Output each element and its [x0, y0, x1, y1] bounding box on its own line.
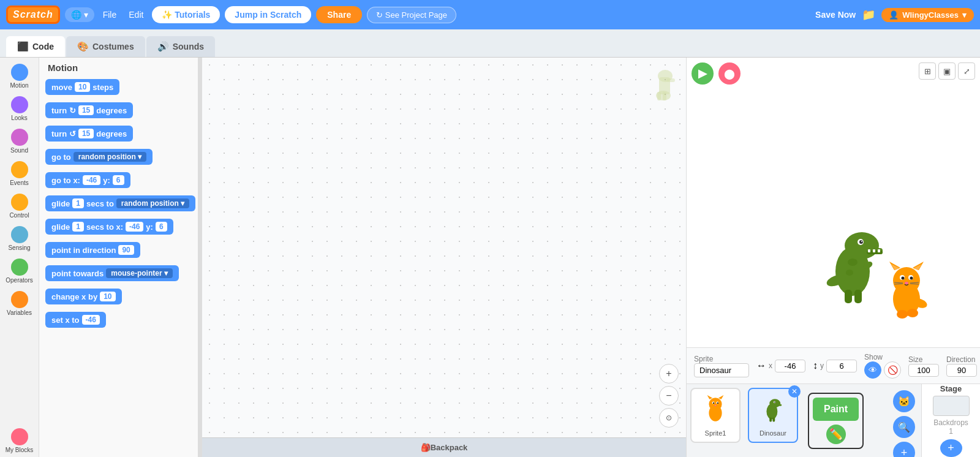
block-point-towards[interactable]: point towards mouse-pointer ▾: [45, 265, 192, 285]
sprite1-img: [703, 394, 728, 428]
stage-thumbnail[interactable]: [933, 396, 970, 416]
block-val-turn-ccw[interactable]: 15: [78, 129, 94, 138]
block-val-change-x[interactable]: 10: [100, 292, 115, 301]
block-val-steps[interactable]: 10: [75, 82, 90, 92]
block-val-set-x[interactable]: -46: [82, 315, 100, 325]
block-val-dir[interactable]: 90: [118, 245, 134, 255]
dino-sprite-stage: [819, 216, 892, 311]
block-text2: y:: [146, 222, 153, 232]
tutorials-button[interactable]: ✨ Tutorials: [152, 6, 220, 23]
green-flag-button[interactable]: ▶: [692, 62, 714, 85]
code-area[interactable]: + − ⊙ 🎒 Backpack: [202, 58, 686, 457]
block-point-dir[interactable]: point in direction 90: [45, 242, 192, 262]
block-change-x[interactable]: change x by 10: [45, 289, 192, 308]
block-glide2[interactable]: glide 1 secs to x: -46 y: 6: [45, 219, 192, 238]
normal-stage-button[interactable]: ▣: [938, 62, 956, 80]
sidebar-item-sound[interactable]: Sound: [0, 125, 39, 157]
sprite-thumb-sprite1[interactable]: Sprite1: [690, 388, 741, 443]
edit-menu[interactable]: Edit: [125, 7, 147, 22]
stop-button[interactable]: ⬤: [718, 62, 741, 85]
zoom-in-button[interactable]: +: [659, 364, 679, 383]
block-glide1[interactable]: glide 1 secs to random position ▾: [45, 195, 192, 215]
tab-code[interactable]: ⬛ Code: [6, 36, 65, 57]
blocks-panel: Motion move 10 steps turn ↻ 15 degrees t…: [39, 58, 198, 457]
jump-in-scratch-button[interactable]: Jump in Scratch: [225, 6, 311, 23]
block-val-glide1[interactable]: 1: [72, 198, 84, 208]
block-val-glide2-y[interactable]: 6: [156, 222, 167, 232]
block-text: set x to: [51, 315, 80, 325]
y-input[interactable]: [826, 360, 857, 372]
see-project-button[interactable]: ↻ See Project Page: [367, 7, 456, 23]
add-sprite-fab[interactable]: +: [893, 442, 915, 457]
block-suffix: secs to: [86, 199, 114, 208]
block-val-glide2-x[interactable]: -46: [126, 222, 143, 232]
user-profile[interactable]: 👤 WlingyClasses ▾: [881, 8, 974, 22]
block-val-glide2[interactable]: 1: [72, 222, 84, 232]
block-val-x[interactable]: -46: [83, 175, 100, 185]
sidebar-item-looks[interactable]: Looks: [0, 93, 39, 125]
block-goto-xy[interactable]: go to x: -46 y: 6: [45, 172, 192, 192]
small-stage-button[interactable]: ⊞: [919, 62, 936, 80]
size-label: Size: [908, 355, 939, 364]
nav-right-section: Save Now 📁 👤 WlingyClasses ▾: [815, 8, 974, 22]
sidebar-item-variables[interactable]: Variables: [0, 287, 39, 320]
language-selector[interactable]: 🌐 ▾: [65, 7, 94, 22]
operators-label: Operators: [6, 277, 32, 284]
sidebar-item-sensing[interactable]: Sensing: [0, 222, 39, 255]
sprite-info-bar: Sprite ↔ x ↕ y Show 👁 🚫 Size: [687, 347, 980, 383]
block-dropdown-towards[interactable]: mouse-pointer ▾: [106, 268, 173, 278]
delete-sprite-badge[interactable]: ✕: [788, 385, 801, 398]
chevron-down-icon: ▾: [84, 10, 88, 20]
scratch-logo[interactable]: Scratch: [6, 6, 60, 24]
block-val-y[interactable]: 6: [113, 175, 124, 185]
paint-button[interactable]: Paint: [813, 398, 859, 421]
sidebar-item-myblocks[interactable]: My Blocks: [0, 425, 39, 457]
svg-rect-12: [878, 249, 880, 252]
sidebar-item-events[interactable]: Events: [0, 157, 39, 190]
show-hidden-button[interactable]: 🚫: [884, 361, 901, 379]
paint-fab-button[interactable]: ✏️: [826, 425, 846, 444]
sidebar-item-operators[interactable]: Operators: [0, 255, 39, 287]
direction-input[interactable]: [946, 364, 977, 377]
tab-sounds[interactable]: 🔊 Sounds: [146, 36, 215, 57]
sprite-thumb-dinosaur[interactable]: ✕ Dinosaur: [748, 388, 798, 443]
zoom-out-button[interactable]: −: [659, 386, 679, 406]
x-icon: ↔: [756, 360, 766, 371]
svg-point-38: [897, 310, 908, 319]
block-dropdown-goto[interactable]: random position ▾: [74, 152, 146, 162]
add-backdrop-fab[interactable]: +: [940, 439, 962, 457]
stage-section-label: Stage: [940, 384, 962, 393]
add-from-library-fab[interactable]: 🐱: [893, 390, 915, 412]
block-dropdown-glide1[interactable]: random position ▾: [116, 198, 189, 208]
x-input[interactable]: [775, 360, 805, 372]
size-input[interactable]: [908, 364, 939, 377]
zoom-reset-button[interactable]: ⊙: [659, 408, 679, 428]
sidebar-item-motion[interactable]: Motion: [0, 60, 39, 93]
sprite-name-input[interactable]: [694, 363, 749, 377]
sounds-tab-label: Sounds: [173, 42, 204, 51]
share-button[interactable]: Share: [316, 6, 362, 23]
file-menu[interactable]: File: [99, 7, 121, 22]
backpack-label: Backpack: [431, 443, 468, 452]
show-visible-button[interactable]: 👁: [864, 361, 881, 379]
svg-point-31: [910, 277, 913, 280]
block-move[interactable]: move 10 steps: [45, 79, 192, 99]
fullscreen-button[interactable]: ⤢: [958, 62, 975, 80]
sprite1-label: Sprite1: [705, 429, 726, 437]
svg-point-46: [713, 402, 714, 404]
block-set-x[interactable]: set x to -46: [45, 312, 192, 331]
search-sprite-fab[interactable]: 🔍: [893, 416, 915, 438]
block-val-turn-cw[interactable]: 15: [78, 105, 94, 115]
block-turn-ccw[interactable]: turn ↺ 15 degrees: [45, 126, 192, 145]
sidebar-item-control[interactable]: Control: [0, 190, 39, 222]
save-now-button[interactable]: Save Now: [815, 10, 856, 20]
backpack-bar[interactable]: 🎒 Backpack: [202, 437, 686, 457]
block-goto[interactable]: go to random position ▾: [45, 149, 192, 168]
tabs-bar: ⬛ Code 🎨 Costumes 🔊 Sounds: [0, 29, 980, 58]
block-turn-cw[interactable]: turn ↻ 15 degrees: [45, 102, 192, 122]
backdrops-count: 1: [949, 427, 953, 436]
variables-label: Variables: [7, 309, 32, 316]
folder-icon[interactable]: 📁: [862, 8, 875, 21]
stage-area: ▶ ⬤ ⊞ ▣ ⤢: [687, 58, 980, 347]
tab-costumes[interactable]: 🎨 Costumes: [66, 36, 145, 57]
